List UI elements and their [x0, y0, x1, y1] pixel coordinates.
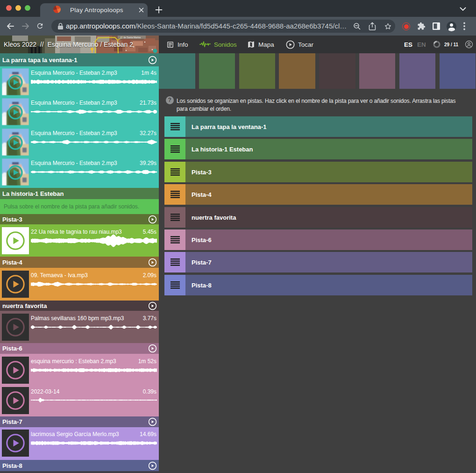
- svg-text:C. de Santa Marina: C. de Santa Marina: [121, 36, 141, 39]
